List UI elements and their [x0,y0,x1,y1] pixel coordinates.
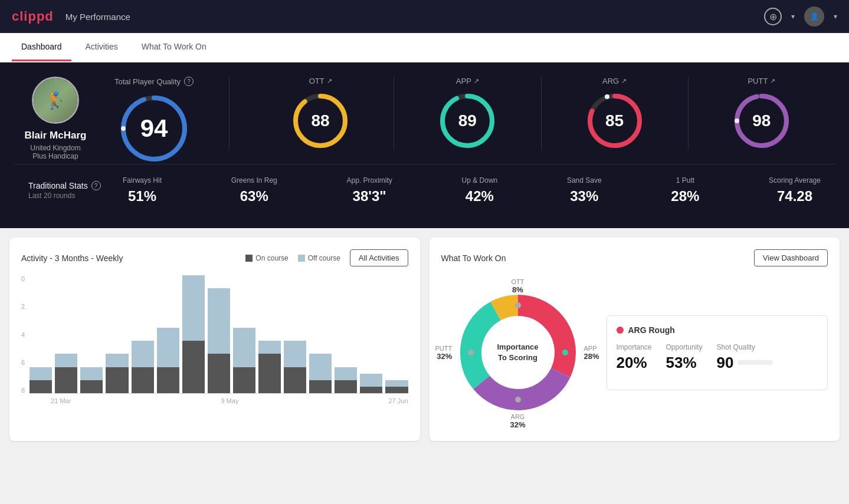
activity-panel: Activity - 3 Months - Weekly On course O… [9,238,420,441]
on-course-bar [80,380,103,393]
bar-group [284,341,306,393]
bar-group [233,328,255,393]
scores-row: OTT ↗ 88 APP ↗ [229,77,835,150]
x-label-mar: 21 Mar [51,397,71,404]
bar-group [309,354,332,393]
on-course-dot [245,255,253,262]
proximity-label: App. Proximity [346,176,392,185]
all-activities-button[interactable]: All Activities [350,249,408,266]
bar-group [55,354,77,393]
off-course-bar [258,341,281,354]
bar-group [29,367,52,393]
ott-arrow-icon: ↗ [327,77,332,85]
ott-donut-label: OTT 8% [512,278,525,294]
x-label-jun: 27 Jun [388,397,408,404]
proximity-value: 38'3" [346,188,392,205]
donut-center-label: Importance To Scoring [497,342,538,363]
ott-score: OTT ↗ 88 [247,77,394,150]
off-course-bar [233,328,255,367]
ott-label: OTT ↗ [309,77,332,85]
y-label-8: 8 [21,387,25,394]
opportunity-value: 53% [666,354,703,372]
putt-arrow-icon: ↗ [770,77,775,85]
player-name: Blair McHarg [14,130,97,141]
sandsave-label: Sand Save [567,176,602,185]
avatar[interactable]: 👤 [804,6,824,27]
player-info: 🏌️ Blair McHarg United Kingdom Plus Hand… [14,77,97,160]
arg-value: 85 [605,111,624,130]
app-score: APP ↗ 89 [394,77,541,150]
bar-group [335,367,357,393]
svg-point-17 [515,302,521,308]
chart-x-labels: 21 Mar 9 May 27 Jun [29,397,408,404]
metric-opportunity: Opportunity 53% [666,343,703,372]
on-course-bar [233,367,255,393]
work-content: Importance To Scoring OTT 8% APP 28% ARG… [441,276,828,429]
putt-donut-label: PUTT 32% [435,345,453,361]
ott-value: 88 [312,111,330,130]
off-course-bar [132,341,154,367]
y-label-6: 6 [21,360,25,366]
stat-greens: Greens In Reg 63% [231,176,277,205]
performance-section: 🏌️ Blair McHarg United Kingdom Plus Hand… [0,62,849,228]
y-label-0: 0 [21,276,25,282]
bar-group [80,367,103,393]
header-title: My Performance [65,12,130,22]
work-metrics: Importance 20% Opportunity 53% Shot Qual… [617,343,818,372]
importance-label: Importance [617,343,652,351]
traditional-stats-row: Traditional Stats ? Last 20 rounds Fairw… [14,164,835,210]
stat-updown: Up & Down 42% [462,176,498,205]
1putt-label: 1 Putt [671,176,699,185]
total-quality-circle: 94 [119,93,189,164]
on-course-bar [385,387,408,393]
off-course-bar [385,380,408,387]
player-handicap: Plus Handicap [14,152,97,160]
stat-proximity: App. Proximity 38'3" [346,176,392,205]
on-course-bar [182,341,205,393]
updown-value: 42% [462,188,498,205]
tab-what-to-work-on[interactable]: What To Work On [132,34,216,61]
donut-chart: Importance To Scoring OTT 8% APP 28% ARG… [441,276,595,429]
chart-y-axis: 8 6 4 2 0 [21,276,25,394]
logo: clippd [12,9,54,24]
bottom-panels: Activity - 3 Months - Weekly On course O… [0,228,849,450]
on-course-bar [132,367,154,393]
ott-circle: 88 [291,91,350,150]
off-course-bar [208,288,230,354]
putt-circle: 98 [732,91,791,150]
bar-group [157,328,179,393]
arg-arrow-icon: ↗ [621,77,627,85]
legend-off-course: Off course [298,254,340,262]
bar-group [258,341,281,393]
stats-info-icon[interactable]: ? [91,181,101,190]
svg-point-18 [562,350,568,355]
tab-activities[interactable]: Activities [76,34,127,61]
importance-value: 20% [617,354,652,372]
chart-header: Activity - 3 Months - Weekly On course O… [21,249,408,266]
tab-dashboard[interactable]: Dashboard [12,34,71,61]
avatar-image: 🏌️ [34,78,77,122]
view-dashboard-button[interactable]: View Dashboard [754,249,828,266]
app-donut-label: APP 28% [584,345,599,361]
on-course-bar [258,354,281,393]
chart-title: Activity - 3 Months - Weekly [21,253,123,263]
off-course-bar [309,354,332,380]
off-course-bar [182,275,205,341]
header-right: ⊕ ▾ 👤 ▾ [764,6,837,27]
bar-group [182,275,205,393]
total-quality-label: Total Player Quality ? [114,77,194,86]
y-label-4: 4 [21,332,25,338]
y-label-2: 2 [21,304,25,310]
stat-sandsave: Sand Save 33% [567,176,602,205]
svg-point-2 [121,126,126,131]
updown-label: Up & Down [462,176,498,185]
info-icon[interactable]: ? [184,77,194,86]
sandsave-value: 33% [567,188,602,205]
chevron-icon: ▾ [791,12,795,21]
add-button[interactable]: ⊕ [764,8,782,25]
shot-quality-bar-bg [737,360,773,365]
player-country: United Kingdom [14,144,97,152]
1putt-value: 28% [671,188,699,205]
off-course-bar [106,354,128,367]
on-course-bar [55,367,77,393]
